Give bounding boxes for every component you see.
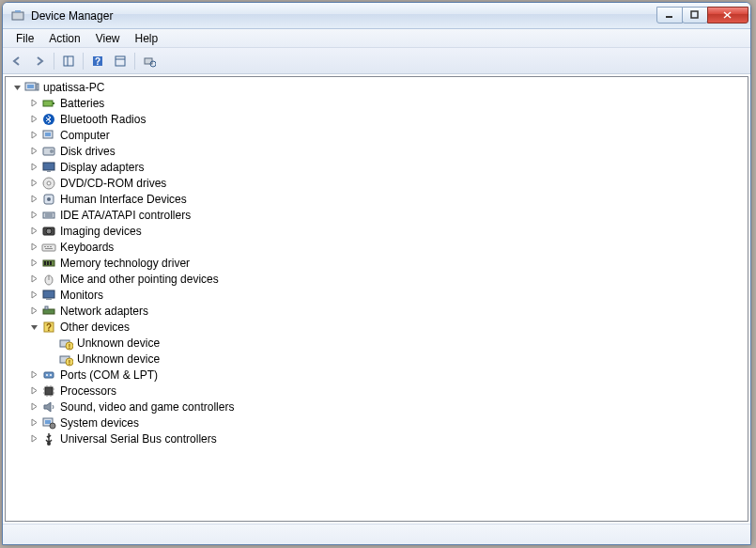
expand-icon[interactable] <box>26 128 41 143</box>
tree-item-label: Memory technology driver <box>60 257 190 270</box>
expand-icon[interactable] <box>26 160 41 175</box>
tree-item-label: DVD/CD-ROM drives <box>60 177 166 190</box>
tree-item-display[interactable]: Display adapters <box>6 159 748 175</box>
close-button[interactable] <box>707 7 748 23</box>
tree-item-label: Keyboards <box>60 241 114 254</box>
tree-item-sound[interactable]: Sound, video and game controllers <box>6 399 748 415</box>
tree-item-label: Disk drives <box>60 145 116 158</box>
tree-item-system[interactable]: System devices <box>6 415 748 431</box>
display-icon <box>41 160 56 175</box>
tree-item-memory[interactable]: Memory technology driver <box>6 255 748 271</box>
tree-item-label: Universal Serial Bus controllers <box>60 432 217 446</box>
tree-item-usb[interactable]: Universal Serial Bus controllers <box>6 431 748 446</box>
svg-rect-49 <box>45 306 48 309</box>
tree-item-unknown-0[interactable]: !Unknown device <box>6 335 748 351</box>
expand-icon[interactable] <box>26 304 41 319</box>
collapse-icon[interactable] <box>9 80 24 95</box>
system-icon <box>41 415 56 431</box>
tree-item-label: Mice and other pointing devices <box>60 273 219 286</box>
menu-file[interactable]: File <box>8 30 41 47</box>
expand-icon[interactable] <box>26 368 41 383</box>
tree-item-label: Bluetooth Radios <box>60 113 146 126</box>
network-icon <box>41 304 56 319</box>
expand-icon[interactable] <box>26 256 41 271</box>
tree-item-network[interactable]: Network adapters <box>6 303 748 319</box>
other-icon: ? <box>41 320 56 335</box>
expand-icon[interactable] <box>26 208 41 223</box>
tree-item-mouse[interactable]: Mice and other pointing devices <box>6 271 748 287</box>
device-tree[interactable]: upatissa-PCBatteriesBluetooth RadiosComp… <box>5 76 748 522</box>
tree-item-label: Other devices <box>60 321 130 334</box>
ports-icon <box>41 368 56 383</box>
menu-help[interactable]: Help <box>128 30 166 47</box>
expand-icon[interactable] <box>26 240 41 255</box>
expand-icon[interactable] <box>26 144 41 159</box>
unknown-icon: ! <box>58 336 73 351</box>
expand-icon[interactable] <box>26 384 41 399</box>
tree-item-ports[interactable]: Ports (COM & LPT) <box>6 367 748 383</box>
separator <box>54 53 54 70</box>
properties-button[interactable] <box>110 51 131 71</box>
imaging-icon <box>41 224 56 239</box>
expand-icon[interactable] <box>26 415 41 431</box>
svg-rect-15 <box>27 85 34 88</box>
minimize-button[interactable] <box>656 7 683 23</box>
svg-rect-25 <box>47 170 51 172</box>
sound-icon <box>41 399 56 415</box>
expand-icon[interactable] <box>26 112 41 127</box>
menu-action[interactable]: Action <box>41 30 87 47</box>
computer-icon <box>41 128 56 143</box>
tree-item-dvd[interactable]: DVD/CD-ROM drives <box>6 175 748 191</box>
menubar: File Action View Help <box>3 29 750 48</box>
collapse-icon[interactable] <box>26 320 41 335</box>
tree-item-monitor[interactable]: Monitors <box>6 287 748 303</box>
menu-view[interactable]: View <box>88 30 128 47</box>
tree-item-hid[interactable]: Human Interface Devices <box>6 191 748 207</box>
window-title: Device Manager <box>31 9 657 23</box>
expand-icon[interactable] <box>26 431 41 446</box>
titlebar[interactable]: Device Manager <box>3 3 750 29</box>
tree-item-processor[interactable]: Processors <box>6 383 748 399</box>
svg-text:!: ! <box>69 343 70 350</box>
svg-rect-16 <box>37 84 39 90</box>
hid-icon <box>41 192 56 207</box>
tree-item-ide[interactable]: IDE ATA/ATAPI controllers <box>6 207 748 223</box>
expand-icon[interactable] <box>26 288 41 303</box>
tree-item-other[interactable]: ?Other devices <box>6 319 748 335</box>
dvd-icon <box>41 176 56 191</box>
expand-icon[interactable] <box>26 224 41 239</box>
tree-item-root[interactable]: upatissa-PC <box>6 79 748 95</box>
tree-item-label: Imaging devices <box>60 225 142 238</box>
help-button[interactable]: ? <box>87 51 108 71</box>
expand-icon[interactable] <box>26 399 41 415</box>
expand-icon[interactable] <box>26 272 41 287</box>
svg-rect-24 <box>43 163 54 170</box>
tree-item-imaging[interactable]: Imaging devices <box>6 223 748 239</box>
svg-rect-10 <box>116 56 125 66</box>
maximize-button[interactable] <box>682 7 708 23</box>
tree-item-label: Batteries <box>60 97 104 110</box>
expand-icon[interactable] <box>26 192 41 207</box>
expand-icon[interactable] <box>26 176 41 191</box>
tree-item-battery[interactable]: Batteries <box>6 95 748 111</box>
svg-rect-18 <box>53 102 54 104</box>
forward-button[interactable] <box>29 51 50 71</box>
svg-point-23 <box>50 149 54 153</box>
expand-icon <box>43 336 58 351</box>
scan-hardware-button[interactable] <box>139 51 160 71</box>
svg-rect-48 <box>43 309 54 314</box>
show-hide-button[interactable] <box>58 51 79 71</box>
tree-item-unknown-1[interactable]: !Unknown device <box>6 351 748 367</box>
expand-icon[interactable] <box>26 96 41 111</box>
tree-item-bluetooth[interactable]: Bluetooth Radios <box>6 111 748 127</box>
tree-item-disk[interactable]: Disk drives <box>6 143 748 159</box>
svg-text:?: ? <box>46 322 52 333</box>
tree-item-keyboard[interactable]: Keyboards <box>6 239 748 255</box>
app-icon <box>10 8 25 23</box>
svg-point-34 <box>46 228 52 234</box>
tree-item-computer[interactable]: Computer <box>6 127 748 143</box>
memory-icon <box>41 256 56 271</box>
back-button[interactable] <box>7 51 27 71</box>
tree-item-label: Network adapters <box>60 305 148 318</box>
tree-item-label: Ports (COM & LPT) <box>60 368 158 382</box>
